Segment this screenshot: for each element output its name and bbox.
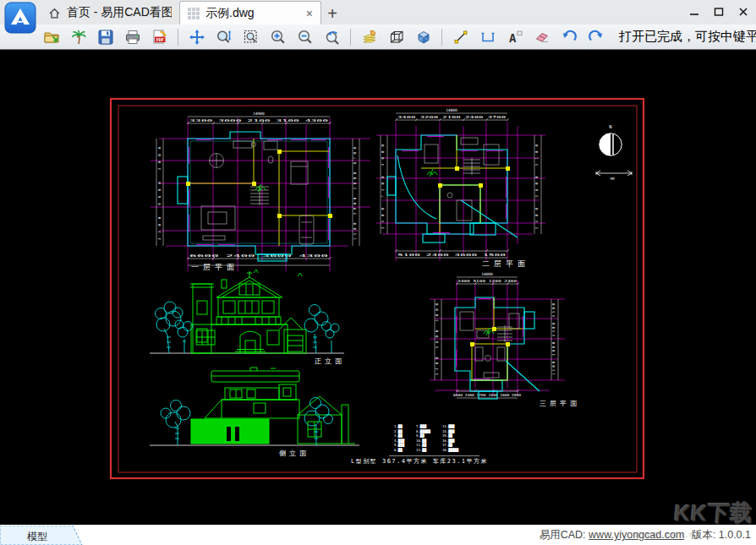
- tab-home-label: 首页 - 易用CAD看图: [67, 5, 172, 20]
- undo-icon: [561, 29, 578, 46]
- tab-close-icon[interactable]: ×: [306, 8, 313, 19]
- brand-url-link[interactable]: www.yiyongcad.com: [589, 529, 684, 541]
- maximize-icon: [714, 7, 724, 17]
- open-file-icon: [43, 29, 60, 46]
- print-icon: [124, 29, 141, 46]
- view-3d-button[interactable]: [414, 28, 432, 46]
- eraser-button[interactable]: [533, 28, 551, 46]
- tab-home[interactable]: 首页 - 易用CAD看图: [41, 1, 179, 25]
- first-floor-plan: 14900 3300 3000 2100 3100 4300 6600 2400…: [151, 112, 370, 276]
- zoom-window-icon: [243, 29, 260, 46]
- zoom-realtime-icon: [216, 29, 233, 46]
- close-icon: [738, 7, 748, 17]
- tree: [156, 302, 193, 353]
- redo-icon: [588, 29, 605, 46]
- plan3-label: 三层平面: [540, 400, 580, 407]
- svg-text:3300 3000 2100 3100 4300: 3300 3000 2100 3100 4300: [189, 118, 330, 123]
- drawing-caption: L型别墅 367.4平方米 车库23.1平方米: [351, 457, 488, 465]
- notes-block: L型别墅 367.4平方米 车库23.1平方米: [351, 456, 488, 466]
- palm-tree-icon: [70, 29, 87, 46]
- svg-text:A: A: [509, 31, 517, 45]
- minimize-icon: [689, 7, 699, 17]
- svg-text:14800: 14800: [446, 108, 457, 112]
- status-bar: 模型 WWW.KKX.NET 易用CAD: www.yiyongcad.com …: [0, 525, 756, 545]
- zoom-window-button[interactable]: [242, 28, 260, 46]
- zoom-previous-icon: [324, 29, 341, 46]
- svg-text:5M: 5M: [611, 177, 615, 181]
- annotate-text-button[interactable]: A: [506, 28, 523, 46]
- zoom-out-button[interactable]: [296, 28, 314, 46]
- app-logo: [4, 2, 36, 34]
- measure-area-button[interactable]: [479, 28, 496, 46]
- svg-text:14000: 14000: [481, 272, 493, 276]
- toolbar-separator: [178, 29, 178, 46]
- svg-text:5400 3600 5100: 5400 3600 5100: [534, 144, 539, 229]
- print-button[interactable]: [123, 28, 141, 46]
- save-icon: [97, 29, 114, 46]
- footer-brand: 易用CAD: www.yiyongcad.com 版本: 1.0.0.1: [540, 528, 751, 542]
- window-controls: [685, 3, 753, 19]
- save-button[interactable]: [96, 28, 114, 46]
- svg-text:5100 2400 3600 1500: 5100 2400 3600 1500: [397, 253, 507, 257]
- svg-text:6600 2400 1700 1600 1600 2050: 6600 2400 1700 1600 1600 2050: [453, 393, 522, 397]
- tab-bar: 首页 - 易用CAD看图 示例.dwg × +: [0, 0, 756, 25]
- app-logo-icon: [4, 2, 36, 34]
- svg-text:1500 3000 4400 4500: 1500 3000 4400 4500: [551, 302, 556, 375]
- measure-line-icon: [452, 29, 469, 46]
- new-tab-button[interactable]: +: [321, 3, 343, 25]
- tree: [161, 401, 190, 446]
- zoom-previous-button[interactable]: [323, 28, 341, 46]
- svg-text:3400 5100 1200 2400: 3400 5100 1200 2400: [457, 279, 518, 283]
- toolbar: PDF: [0, 25, 756, 50]
- second-floor-plan: 14800 3400 3200 2100 2400 3700 5100 2400…: [376, 108, 545, 268]
- tree: [304, 305, 339, 354]
- plan1-label: 一层平面: [191, 263, 238, 271]
- close-button[interactable]: [734, 3, 753, 19]
- zoom-out-icon: [297, 29, 314, 46]
- undo-button[interactable]: [560, 28, 578, 46]
- side-elevation: 侧立面: [150, 368, 359, 457]
- solid-cube-icon: [415, 29, 432, 46]
- room-legend: 1.██ 2.██ 3.██ 4.███ 5.███ 6.██ 7.███ 8.…: [394, 424, 458, 453]
- tab-document-label: 示例.dwg: [205, 6, 255, 21]
- svg-text:N: N: [609, 124, 611, 129]
- view-wireframe-button[interactable]: [387, 28, 405, 46]
- zoom-in-button[interactable]: [269, 28, 287, 46]
- layers-button[interactable]: [360, 28, 378, 46]
- eraser-icon: [534, 29, 551, 46]
- toolbar-separator: [350, 29, 351, 46]
- front-elevation-label: 正立面: [315, 357, 345, 365]
- pan-button[interactable]: [188, 28, 205, 46]
- tab-document[interactable]: 示例.dwg ×: [179, 1, 321, 25]
- tab-strip: 首页 - 易用CAD看图 示例.dwg × +: [0, 0, 756, 25]
- front-elevation: 正立面: [150, 271, 345, 365]
- maximize-button[interactable]: [709, 3, 728, 19]
- legend-column: 13.███ 14.███ 15.██ 16.███ 17.██ 18.████…: [442, 424, 458, 453]
- open-file-button[interactable]: [42, 28, 60, 46]
- status-message: 打开已完成，可按中键平移和滚轮缩: [614, 29, 756, 45]
- drawing-canvas[interactable]: 14900 3300 3000 2100 3100 4300 6600 2400…: [0, 50, 756, 525]
- zoom-realtime-button[interactable]: [215, 28, 233, 46]
- site-watermark: KK下载: [673, 499, 755, 528]
- redo-button[interactable]: [587, 28, 605, 46]
- tree-example-button[interactable]: [69, 28, 87, 46]
- layers-icon: [361, 29, 378, 46]
- pdf-export-icon: PDF: [151, 29, 168, 46]
- legend-column: 1.██ 2.██ 3.██ 4.███ 5.███ 6.██: [394, 424, 404, 453]
- cad-drawing: 14900 3300 3000 2100 3100 4300 6600 2400…: [0, 50, 756, 525]
- wireframe-cube-icon: [388, 29, 405, 46]
- minimize-button[interactable]: [685, 3, 704, 19]
- model-tab[interactable]: 模型: [0, 526, 85, 545]
- svg-text:3400 7200 4000: 3400 7200 4000: [381, 144, 385, 229]
- third-floor-plan: 14000 3400 5100 1200 2400 6600 2400 1700…: [430, 272, 580, 407]
- grid-icon: [188, 8, 200, 19]
- text-tool-icon: A: [507, 29, 523, 46]
- svg-text:14900: 14900: [253, 112, 265, 116]
- svg-text:PDF: PDF: [156, 36, 163, 41]
- svg-text:模型: 模型: [27, 531, 47, 542]
- export-pdf-button[interactable]: PDF: [151, 28, 168, 46]
- measure-line-button[interactable]: [452, 28, 469, 46]
- north-arrow: N 5M: [596, 124, 632, 181]
- version-label: 版本: 1.0.0.1: [692, 529, 751, 541]
- brand-label: 易用CAD:: [540, 529, 586, 541]
